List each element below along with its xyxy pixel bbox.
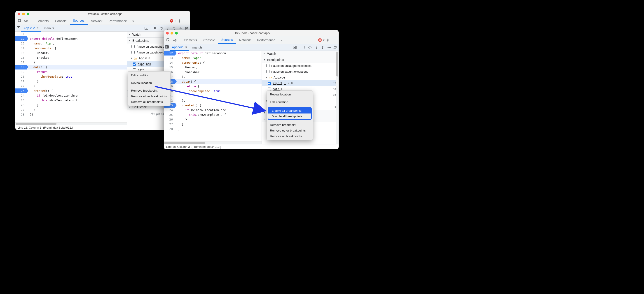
code-line[interactable]: } xyxy=(175,117,187,122)
code-line[interactable]: } xyxy=(27,103,39,107)
window-close-icon[interactable] xyxy=(18,13,20,15)
tab-performance[interactable]: Performance xyxy=(254,36,278,44)
code-line[interactable]: name: 'App', xyxy=(27,41,55,46)
code-line[interactable]: Snackbar xyxy=(27,55,51,60)
breakpoint-item[interactable]: export…✎🗑12 xyxy=(262,80,338,86)
line-gutter[interactable]: 19 xyxy=(15,69,27,74)
sourcemap-link[interactable]: index-8bfa4912.j xyxy=(51,126,72,129)
line-gutter[interactable]: 18 xyxy=(15,65,27,69)
breakpoint-checkbox[interactable] xyxy=(133,68,136,71)
code-line[interactable]: }, xyxy=(27,84,37,88)
more-tabs-icon[interactable]: » xyxy=(130,18,136,24)
line-gutter[interactable]: 28 xyxy=(164,127,175,131)
pause-icon[interactable] xyxy=(302,45,306,49)
breakpoint-checkbox[interactable] xyxy=(268,82,271,85)
line-gutter[interactable]: 13 xyxy=(164,55,175,60)
pause-uncaught-row[interactable]: Pause on uncaught exceptions xyxy=(262,63,338,69)
code-line[interactable]: Snackbar xyxy=(175,70,200,74)
code-line[interactable] xyxy=(27,31,30,36)
error-badge[interactable]: ✕2 xyxy=(318,38,324,42)
file-tab-appvue[interactable]: App.vue× xyxy=(170,44,189,51)
step-out-icon[interactable] xyxy=(320,45,324,49)
line-gutter[interactable]: 23 xyxy=(15,88,27,93)
menu-enable-all[interactable]: Enable all breakpoints xyxy=(268,108,311,113)
menu-remove-all[interactable]: Remove all breakpoints xyxy=(267,133,313,139)
line-gutter[interactable]: 15 xyxy=(164,65,175,70)
vertical-scrollbar[interactable] xyxy=(336,51,338,144)
code-line[interactable]: }, xyxy=(175,74,185,79)
line-gutter[interactable]: 26 xyxy=(164,117,175,122)
code-line[interactable]: export default defineCompon xyxy=(27,36,78,41)
line-gutter[interactable]: 20 xyxy=(15,74,27,79)
horizontal-scrollbar[interactable] xyxy=(164,141,262,144)
menu-edit-condition[interactable]: Edit condition xyxy=(267,99,313,105)
code-line[interactable]: } xyxy=(27,79,39,84)
more-files-icon[interactable] xyxy=(293,45,297,49)
inspect-icon[interactable] xyxy=(17,18,23,24)
window-close-icon[interactable] xyxy=(166,32,169,34)
tab-console[interactable]: Console xyxy=(200,36,218,44)
code-line[interactable]: return { xyxy=(27,69,51,74)
line-gutter[interactable]: 26 xyxy=(15,103,27,107)
settings-icon[interactable] xyxy=(324,37,331,43)
inspect-icon[interactable] xyxy=(165,37,172,43)
menu-reveal-location[interactable]: Reveal location xyxy=(267,92,313,97)
breakpoints-header[interactable]: ▼Breakpoints xyxy=(262,57,338,63)
file-tab-appvue[interactable]: App.vue× xyxy=(21,25,41,31)
code-editor[interactable]: 1112export default defineCompon13 name: … xyxy=(15,31,127,125)
pause-caught-row[interactable]: Pause on caught exceptions xyxy=(262,69,338,74)
more-tabs-icon[interactable]: » xyxy=(278,37,285,43)
line-gutter[interactable]: 14 xyxy=(164,60,175,65)
tab-network[interactable]: Network xyxy=(88,17,106,25)
sourcemap-link[interactable]: index-8bfa4912.j xyxy=(199,145,221,148)
menu-remove-breakpoint[interactable]: Remove breakpoint xyxy=(267,122,313,128)
code-line[interactable]: } xyxy=(175,122,184,127)
code-line[interactable]: } xyxy=(27,107,35,112)
menu-disable-all[interactable]: Disable all breakpoints xyxy=(268,113,311,119)
code-line[interactable]: name: 'App', xyxy=(175,55,203,60)
horizontal-scrollbar[interactable] xyxy=(15,122,127,125)
code-line[interactable]: components: { xyxy=(27,46,56,50)
line-gutter[interactable]: 27 xyxy=(164,122,175,127)
code-line[interactable]: created() { xyxy=(27,88,53,93)
step-icon[interactable] xyxy=(178,26,182,30)
file-tab-maints[interactable]: main.ts xyxy=(190,44,205,51)
breakpoint-checkbox[interactable] xyxy=(133,62,136,66)
tab-network[interactable]: Network xyxy=(236,36,254,44)
bp-file-appvue[interactable]: ▼<>App.vue xyxy=(262,74,338,80)
file-tab-maints[interactable]: main.ts xyxy=(42,25,56,31)
line-gutter[interactable]: 12 xyxy=(15,36,27,41)
step-into-icon[interactable] xyxy=(314,45,318,49)
tab-elements[interactable]: Elements xyxy=(181,36,200,44)
close-tab-icon[interactable]: × xyxy=(185,45,187,49)
step-into-icon[interactable] xyxy=(166,26,170,30)
device-icon[interactable] xyxy=(23,18,29,24)
step-over-icon[interactable] xyxy=(308,45,312,49)
code-line[interactable]: export default defineCompon xyxy=(175,51,226,55)
delete-icon[interactable]: 🗑 xyxy=(291,82,294,85)
line-gutter[interactable]: 27 xyxy=(15,107,27,112)
line-gutter[interactable]: 17 xyxy=(15,60,27,65)
tab-sources[interactable]: Sources xyxy=(70,17,88,25)
navigator-icon[interactable] xyxy=(17,26,20,30)
deactivate-bp-icon[interactable] xyxy=(333,45,337,49)
deactivate-bp-icon[interactable] xyxy=(185,26,189,30)
kebab-icon[interactable]: ⋮ xyxy=(331,37,337,43)
watch-header[interactable]: ▶Watch xyxy=(262,51,338,57)
navigator-icon[interactable] xyxy=(165,45,169,49)
code-line[interactable]: data() { xyxy=(175,79,196,84)
more-files-icon[interactable] xyxy=(144,26,148,30)
line-gutter[interactable]: 28 xyxy=(15,112,27,117)
line-gutter[interactable]: 22 xyxy=(15,84,27,88)
code-line[interactable]: }, xyxy=(27,60,37,65)
device-icon[interactable] xyxy=(172,37,178,43)
code-line[interactable]: Header, xyxy=(27,50,49,55)
code-line[interactable]: }) xyxy=(175,127,182,131)
step-over-icon[interactable] xyxy=(160,26,164,30)
code-line[interactable]: data() { xyxy=(27,65,48,69)
line-gutter[interactable]: 15 xyxy=(15,50,27,55)
line-gutter[interactable]: 25 xyxy=(15,98,27,103)
step-icon[interactable] xyxy=(327,45,331,49)
tab-performance[interactable]: Performance xyxy=(106,17,130,25)
line-gutter[interactable]: 24 xyxy=(15,93,27,98)
